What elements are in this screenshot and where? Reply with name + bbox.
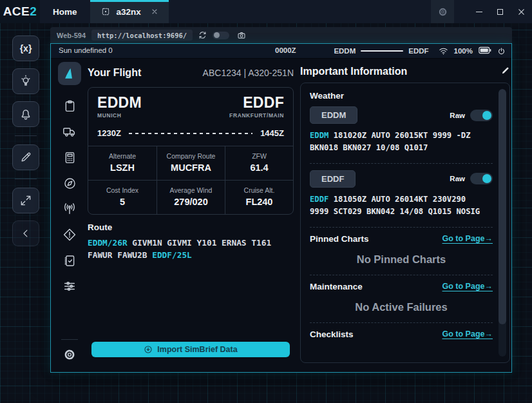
sidebar-icons xyxy=(62,98,77,294)
detail-alternate: AlternateLSZH xyxy=(88,146,157,180)
flight-panel-header: Your Flight ABC1234 | A320-251N xyxy=(88,62,294,84)
target-icon xyxy=(100,6,111,17)
app-main: Your Flight ABC1234 | A320-251N EDDM MUN… xyxy=(51,59,511,372)
import-button-label: Import SimBrief Data xyxy=(157,345,237,354)
checklists-header: Checklists Go to Page→ xyxy=(310,329,493,339)
expand-icon[interactable] xyxy=(12,188,39,213)
camera-icon[interactable] xyxy=(237,31,246,40)
warning-diamond-icon[interactable] xyxy=(62,227,77,242)
power-icon[interactable] xyxy=(497,47,506,55)
statusbar-time-of-day: Sun undefined 0 xyxy=(59,46,113,54)
app-sidebar xyxy=(57,62,82,366)
metar-eddf: EDDF 181050Z AUTO 26014KT 230V290 9999 S… xyxy=(310,193,488,218)
section-divider xyxy=(310,275,493,275)
titlebar: ACE2 Home a32nx xyxy=(0,0,532,23)
window-label: Web-594 xyxy=(57,32,86,39)
raw-label: Raw xyxy=(450,175,465,182)
minimize-icon[interactable] xyxy=(468,0,489,23)
route-arrival-runway: EDDF/25L xyxy=(152,250,192,260)
tab-home-label: Home xyxy=(53,7,77,17)
gear-icon[interactable] xyxy=(431,0,454,23)
maintenance-empty: No Active Failures xyxy=(310,301,493,313)
titlebar-controls xyxy=(431,0,532,23)
browser-chrome: Web-594 http://localhost:9696/ xyxy=(50,27,512,43)
capture-toggle[interactable] xyxy=(213,32,229,39)
detail-average-wind: Average Wind279/020 xyxy=(157,180,225,214)
checklist-icon[interactable] xyxy=(62,253,77,268)
flight-panel-title: Your Flight xyxy=(88,67,141,79)
tab-a32nx-label: a32nx xyxy=(117,7,141,17)
app-viewport: Sun undefined 0 0000Z EDDM EDDF 100% xyxy=(50,43,512,373)
antenna-icon[interactable] xyxy=(62,201,77,217)
download-icon xyxy=(144,345,153,354)
sliders-icon[interactable] xyxy=(62,279,77,294)
detail-zfw: ZFW61.4 xyxy=(225,146,293,180)
desktop: { "colors": { "accent": "#2cc8de", "impo… xyxy=(0,0,532,403)
weather-station-row: EDDM Raw xyxy=(310,106,493,124)
departure-airport: EDDM MUNICH xyxy=(97,95,142,119)
raw-toggle[interactable] xyxy=(470,173,493,184)
metar-eddm: EDDM 181020Z AUTO 26015KT 9999 -DZ BKN01… xyxy=(310,130,488,154)
route-string: EDDM/26R GIVM1N GIVMI Y101 ERNAS T161 FA… xyxy=(88,237,289,261)
scrollbar[interactable] xyxy=(499,89,506,357)
maximize-icon[interactable] xyxy=(489,0,511,23)
weather-station-row: EDDF Raw xyxy=(310,170,493,188)
raw-toggle[interactable] xyxy=(470,110,493,121)
statusbar-destination: EDDF xyxy=(408,47,428,55)
close-icon[interactable] xyxy=(511,0,532,23)
departure-city: MUNICH xyxy=(97,112,142,119)
tab-close-icon[interactable] xyxy=(151,8,158,15)
collapse-left-icon[interactable] xyxy=(12,221,39,246)
flight-content: Your Flight ABC1234 | A320-251N EDDM MUN… xyxy=(88,62,294,366)
pinned-charts-heading: Pinned Charts xyxy=(310,234,369,244)
station-button-eddf[interactable]: EDDF xyxy=(310,170,356,188)
sidebar-divider xyxy=(61,339,78,340)
scrollbar-thumb[interactable] xyxy=(499,89,506,324)
station-button-eddm[interactable]: EDDM xyxy=(310,106,357,124)
clipboard-icon[interactable] xyxy=(62,98,77,113)
browser-window: Web-594 http://localhost:9696/ Sun undef… xyxy=(50,27,512,373)
checklists-link[interactable]: Go to Page→ xyxy=(442,329,493,339)
pencil-icon[interactable] xyxy=(12,144,39,170)
route-progress-line xyxy=(361,50,403,52)
edit-pencil-icon[interactable] xyxy=(500,66,510,78)
airline-logo[interactable] xyxy=(58,62,81,85)
wifi-icon xyxy=(439,47,448,55)
section-divider xyxy=(310,227,493,228)
variables-icon[interactable]: {x} xyxy=(12,35,39,61)
statusbar-origin: EDDM xyxy=(334,47,356,55)
url-input[interactable]: http://localhost:9696/ xyxy=(91,30,193,41)
flight-number: ABC1234 | A320-251N xyxy=(203,68,294,78)
truck-icon[interactable] xyxy=(62,124,77,139)
route-section: Route EDDM/26R GIVM1N GIVMI Y101 ERNAS T… xyxy=(88,222,294,261)
tab-a32nx[interactable]: a32nx xyxy=(90,0,169,23)
weather-heading: Weather xyxy=(310,91,493,101)
battery-percent: 100% xyxy=(454,47,473,55)
compass-icon[interactable] xyxy=(62,175,77,191)
pinned-charts-link[interactable]: Go to Page→ xyxy=(442,234,493,243)
raw-label: Raw xyxy=(450,112,465,119)
toolbar-divider xyxy=(15,135,37,136)
sidebar-bottom xyxy=(61,330,78,366)
gear-icon[interactable] xyxy=(62,348,77,362)
section-divider xyxy=(310,163,493,164)
airports-row: EDDM MUNICH EDDF FRANKFURT/MAIN xyxy=(97,95,284,119)
pinned-charts-empty: No Pinned Charts xyxy=(310,253,493,266)
arrival-time: 1445Z xyxy=(260,128,284,138)
lightbulb-icon[interactable] xyxy=(12,68,39,94)
tab-home[interactable]: Home xyxy=(40,0,90,23)
info-box: Weather EDDM Raw EDDM 181020Z AUTO 26015… xyxy=(300,83,510,363)
flight-details-grid: AlternateLSZH Company RouteMUCFRA ZFW61.… xyxy=(88,146,293,214)
arrival-icao: EDDF xyxy=(229,95,284,110)
raw-toggle-wrap: Raw xyxy=(450,110,493,121)
arrival-airport: EDDF FRANKFURT/MAIN xyxy=(229,95,284,119)
detail-cost-index: Cost Index5 xyxy=(88,180,157,214)
refresh-icon[interactable] xyxy=(198,31,207,39)
bell-icon[interactable] xyxy=(12,101,39,127)
statusbar-route: EDDM EDDF xyxy=(334,47,428,55)
app-logo: ACE2 xyxy=(0,0,40,23)
maintenance-link[interactable]: Go to Page→ xyxy=(442,282,493,291)
calculator-icon[interactable] xyxy=(62,150,77,165)
import-simbrief-button[interactable]: Import SimBrief Data xyxy=(91,342,290,357)
route-label: Route xyxy=(88,222,294,232)
